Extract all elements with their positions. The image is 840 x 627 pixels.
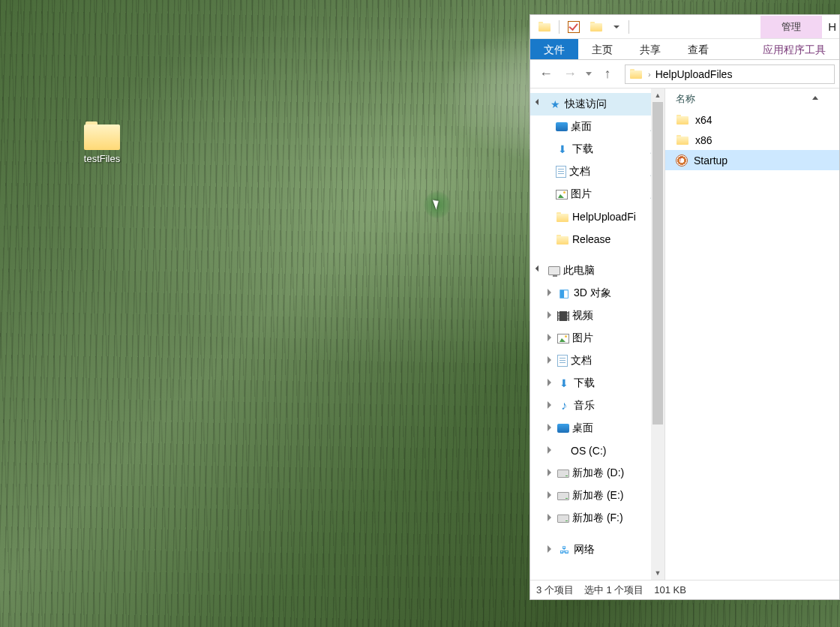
nav-music[interactable]: 音乐	[530, 394, 664, 417]
startup-app-icon	[676, 154, 688, 166]
column-header-name[interactable]: 名称	[665, 88, 839, 110]
tree-label: 桌面	[572, 422, 593, 435]
scroll-down-icon[interactable]: ▼	[651, 566, 664, 580]
desktop-icon-label: testFiles	[84, 153, 120, 164]
desktop-folder-testfiles[interactable]: testFiles	[71, 120, 133, 164]
breadcrumb-location[interactable]: HelpUploadFiles	[656, 68, 733, 80]
expander-icon[interactable]	[545, 356, 554, 365]
tree-label: Release	[572, 233, 610, 245]
nav-pictures[interactable]: 图片	[530, 183, 664, 206]
nav-pictures-pc[interactable]: 图片	[530, 327, 664, 350]
nav-this-pc[interactable]: 此电脑	[530, 260, 664, 282]
tree-label: 下载	[574, 376, 595, 390]
qat-properties-icon[interactable]	[567, 20, 580, 34]
nav-up-button[interactable]	[596, 63, 619, 86]
tree-label: 此电脑	[563, 264, 595, 278]
titlebar[interactable]: 管理 H	[530, 15, 839, 39]
list-item-x64[interactable]: x64	[665, 110, 839, 130]
expander-icon[interactable]	[545, 401, 554, 410]
tab-share[interactable]: 共享	[626, 39, 674, 59]
tree-label: HelpUploadFi	[572, 211, 636, 223]
nav-drive-e[interactable]: 新加卷 (E:)	[530, 484, 664, 507]
drive-icon	[557, 470, 569, 478]
scroll-thumb[interactable]	[652, 102, 663, 424]
download-icon	[557, 376, 571, 390]
nav-drive-c[interactable]: OS (C:)	[530, 440, 664, 462]
nav-downloads[interactable]: 下载	[530, 138, 664, 160]
expander-icon[interactable]	[536, 266, 545, 275]
download-icon	[556, 142, 569, 156]
tree-label: 图片	[572, 332, 593, 345]
desktop-icon	[557, 424, 569, 433]
nav-3d-objects[interactable]: 3D 对象	[530, 282, 664, 304]
nav-release[interactable]: Release	[530, 228, 664, 250]
manage-contextual-tab[interactable]: 管理	[760, 16, 822, 38]
pictures-icon	[556, 190, 568, 200]
status-bar: 3 个项目 选中 1 个项目 101 KB	[530, 580, 839, 599]
nav-desktop[interactable]: 桌面	[530, 116, 664, 138]
nav-quick-access[interactable]: 快速访问	[530, 93, 664, 116]
expander-icon[interactable]	[536, 100, 545, 109]
tab-view[interactable]: 查看	[674, 39, 722, 59]
expander-icon[interactable]	[545, 469, 554, 478]
expander-icon[interactable]	[545, 545, 554, 554]
status-selected-size: 101 KB	[654, 584, 686, 596]
scroll-up-icon[interactable]: ▲	[651, 88, 664, 102]
breadcrumb-separator-icon[interactable]: ›	[648, 70, 651, 79]
nav-desktop-pc[interactable]: 桌面	[530, 417, 664, 440]
address-bar[interactable]: › HelpUploadFiles	[625, 64, 835, 84]
expander-icon[interactable]	[545, 514, 554, 523]
star-icon	[548, 98, 562, 111]
nav-scrollbar[interactable]: ▲ ▼	[651, 88, 664, 580]
expander-icon[interactable]	[545, 334, 554, 343]
tree-label: 下载	[572, 142, 593, 156]
expander-icon[interactable]	[545, 424, 554, 433]
nav-videos[interactable]: 视频	[530, 304, 664, 327]
network-icon	[557, 543, 571, 556]
titlebar-divider	[628, 20, 629, 34]
nav-history-dropdown[interactable]	[583, 63, 595, 86]
nav-documents-pc[interactable]: 文档	[530, 350, 664, 372]
nav-drive-f[interactable]: 新加卷 (F:)	[530, 507, 664, 530]
windows-logo-icon	[557, 446, 568, 456]
tree-label: 新加卷 (E:)	[572, 489, 623, 502]
titlebar-divider	[559, 20, 560, 34]
nav-helpuploadfiles[interactable]: HelpUploadFi	[530, 206, 664, 228]
qat-dropdown-icon[interactable]	[612, 20, 621, 34]
tab-home[interactable]: 主页	[578, 39, 626, 59]
window-folder-icon	[538, 20, 551, 34]
tree-label: 音乐	[574, 399, 595, 412]
navigation-bar: › HelpUploadFiles	[530, 60, 839, 88]
folder-icon	[676, 134, 689, 147]
status-item-count: 3 个项目	[536, 584, 574, 597]
nav-forward-button[interactable]	[559, 63, 581, 86]
documents-icon	[557, 355, 568, 367]
address-folder-icon	[630, 69, 642, 79]
tree-label: OS (C:)	[571, 445, 606, 457]
ribbon-tabs: 文件 主页 共享 查看 应用程序工具	[530, 39, 839, 60]
list-item-startup[interactable]: Startup	[665, 150, 839, 170]
nav-drive-d[interactable]: 新加卷 (D:)	[530, 462, 664, 484]
file-list[interactable]: x64 x86 Startup	[665, 110, 839, 580]
nav-back-button[interactable]	[535, 63, 557, 86]
drive-icon	[557, 514, 569, 523]
expander-icon[interactable]	[545, 379, 554, 388]
cursor-highlight	[424, 191, 451, 218]
nav-network[interactable]: 网络	[530, 538, 664, 561]
tab-file[interactable]: 文件	[530, 39, 578, 59]
nav-downloads-pc[interactable]: 下载	[530, 372, 664, 394]
explorer-body: 快速访问 桌面 下载 文档 图片	[530, 88, 839, 580]
expander-icon[interactable]	[545, 491, 554, 500]
status-selected-count: 选中 1 个项目	[584, 584, 644, 597]
expander-icon[interactable]	[545, 446, 554, 455]
tree-label: 视频	[572, 309, 593, 322]
nav-documents[interactable]: 文档	[530, 160, 664, 183]
pictures-icon	[557, 334, 569, 344]
qat-folder-icon[interactable]	[590, 20, 603, 34]
tab-app-tools[interactable]: 应用程序工具	[749, 39, 839, 59]
expander-icon[interactable]	[545, 311, 554, 320]
tree-label: 图片	[571, 188, 592, 201]
tree-label: 新加卷 (D:)	[572, 466, 624, 480]
expander-icon[interactable]	[545, 289, 554, 298]
list-item-x86[interactable]: x86	[665, 130, 839, 150]
